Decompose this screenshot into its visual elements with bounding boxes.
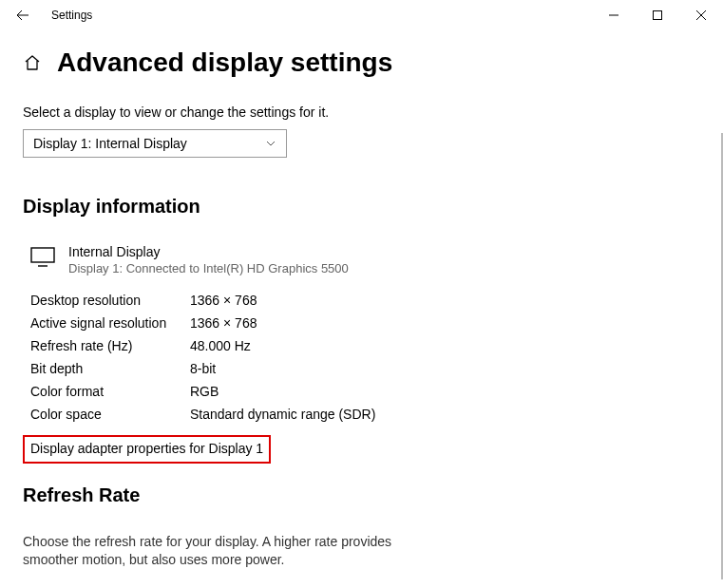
window-title: Settings — [38, 9, 92, 22]
window-controls — [592, 0, 723, 30]
info-label: Color format — [30, 384, 190, 399]
info-row: Active signal resolution 1366 × 768 — [30, 315, 700, 331]
info-row: Bit depth 8-bit — [30, 361, 700, 376]
info-row: Color format RGB — [30, 384, 700, 399]
home-button[interactable] — [23, 53, 42, 72]
display-name: Internal Display — [68, 244, 349, 259]
refresh-rate-heading: Refresh Rate — [23, 484, 700, 506]
maximize-icon — [653, 10, 662, 20]
info-label: Bit depth — [30, 361, 190, 376]
info-value: 1366 × 768 — [190, 315, 257, 331]
info-row: Color space Standard dynamic range (SDR) — [30, 407, 700, 422]
display-info-table: Desktop resolution 1366 × 768 Active sig… — [30, 293, 700, 422]
info-row: Desktop resolution 1366 × 768 — [30, 293, 700, 308]
page-title: Advanced display settings — [57, 47, 392, 78]
svg-rect-0 — [654, 11, 662, 20]
info-label: Color space — [30, 407, 190, 422]
info-label: Refresh rate (Hz) — [30, 338, 190, 353]
select-display-prompt: Select a display to view or change the s… — [23, 104, 700, 120]
display-information-heading: Display information — [23, 196, 700, 218]
adapter-properties-link[interactable]: Display adapter properties for Display 1 — [30, 441, 263, 456]
maximize-button[interactable] — [636, 0, 679, 30]
info-label: Desktop resolution — [30, 293, 190, 308]
back-arrow-icon — [15, 8, 30, 23]
svg-rect-1 — [31, 248, 54, 262]
display-summary: Internal Display Display 1: Connected to… — [30, 244, 700, 275]
info-label: Active signal resolution — [30, 315, 190, 331]
info-row: Refresh rate (Hz) 48.000 Hz — [30, 338, 700, 353]
close-button[interactable] — [679, 0, 723, 30]
content-area: Advanced display settings Select a displ… — [0, 30, 723, 588]
back-button[interactable] — [8, 0, 38, 30]
adapter-link-highlight: Display adapter properties for Display 1 — [23, 435, 271, 464]
info-value: 1366 × 768 — [190, 293, 257, 308]
refresh-rate-help: Choose the refresh rate for your display… — [23, 533, 422, 569]
page-header: Advanced display settings — [23, 47, 700, 78]
minimize-icon — [609, 10, 618, 20]
dropdown-selected-value: Display 1: Internal Display — [33, 136, 187, 151]
info-value: Standard dynamic range (SDR) — [190, 407, 375, 422]
info-value: RGB — [190, 384, 219, 399]
display-connection: Display 1: Connected to Intel(R) HD Grap… — [68, 261, 349, 275]
info-value: 8-bit — [190, 361, 216, 376]
info-value: 48.000 Hz — [190, 338, 251, 353]
monitor-icon — [30, 246, 55, 272]
display-selector-dropdown[interactable]: Display 1: Internal Display — [23, 129, 287, 158]
close-icon — [696, 10, 706, 20]
minimize-button[interactable] — [592, 0, 636, 30]
home-icon — [23, 53, 42, 72]
chevron-down-icon — [265, 138, 276, 149]
